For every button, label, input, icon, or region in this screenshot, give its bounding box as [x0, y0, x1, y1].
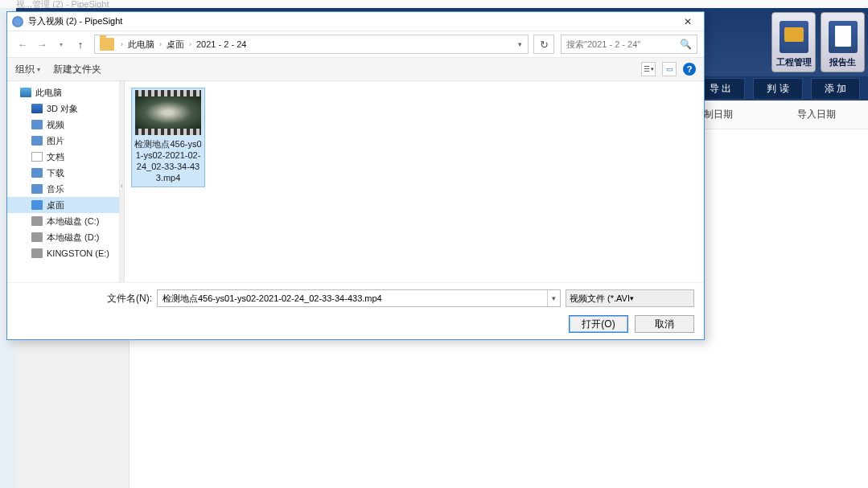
forward-button: →	[33, 35, 51, 53]
filename-input[interactable]	[158, 293, 547, 303]
folder-icon	[780, 21, 808, 53]
proj-mgmt-button[interactable]: 工程管理	[771, 12, 816, 72]
dialog-body: 此电脑 3D 对象 视频 图片 文档 下载 音乐 桌面 本地磁盘 (C:) 本地…	[7, 81, 704, 282]
tree-pc[interactable]: 此电脑	[7, 84, 119, 100]
video-thumbnail	[135, 90, 201, 135]
filetype-label: 视频文件 (*.AVI;*.ASF;*.MP4;*.	[570, 293, 630, 305]
refresh-button[interactable]: ↻	[533, 35, 554, 54]
up-button[interactable]: ↑	[72, 35, 89, 53]
tree-disk-d[interactable]: 本地磁盘 (D:)	[7, 229, 119, 245]
nav-bar: ← → ▾ ↑ › 此电脑 › 桌面 › 2021 - 2 - 24 ▾ ↻ 🔍	[7, 31, 704, 57]
tree-video[interactable]: 视频	[7, 117, 119, 133]
bc-pc[interactable]: 此电脑	[126, 39, 156, 51]
report-gen-button[interactable]: 报告生	[821, 12, 865, 72]
file-list[interactable]: 检测地点456-ys01-ys02-2021-02-24_02-33-34-43…	[125, 81, 704, 282]
tree-download[interactable]: 下载	[7, 165, 119, 181]
bc-folder[interactable]: 2021 - 2 - 24	[195, 39, 248, 49]
tree-desktop[interactable]: 桌面	[7, 197, 119, 213]
view-mode-button[interactable]: ☰▾	[641, 62, 656, 76]
new-folder-button[interactable]: 新建文件夹	[53, 63, 101, 76]
tree-music[interactable]: 音乐	[7, 181, 119, 197]
video-icon	[31, 120, 43, 129]
dialog-footer: 文件名(N): ▾ 视频文件 (*.AVI;*.ASF;*.MP4;*. ▾ 打…	[7, 282, 704, 339]
file-open-dialog: 导入视频 (2) - PipeSight ✕ ← → ▾ ↑ › 此电脑 › 桌…	[6, 11, 705, 340]
organize-menu[interactable]: 组织	[15, 63, 40, 76]
chevron-down-icon[interactable]: ▾	[630, 294, 690, 302]
tree-pic[interactable]: 图片	[7, 133, 119, 149]
bc-desktop[interactable]: 桌面	[165, 39, 186, 51]
open-button[interactable]: 打开(O)	[569, 315, 628, 333]
chevron-down-icon[interactable]: ▾	[547, 290, 560, 306]
search-input[interactable]	[566, 39, 680, 49]
dialog-toolbar: 组织 新建文件夹 ☰▾ ▭ ?	[7, 57, 704, 81]
chevron-right-icon: ›	[117, 40, 126, 48]
cube-icon	[31, 104, 43, 113]
filename-label: 文件名(N):	[107, 292, 152, 306]
tree-kingston[interactable]: KINGSTON (E:)	[7, 245, 119, 261]
file-item[interactable]: 检测地点456-ys01-ys02-2021-02-24_02-33-34-43…	[131, 88, 205, 187]
breadcrumb[interactable]: › 此电脑 › 桌面 › 2021 - 2 - 24 ▾	[94, 35, 529, 54]
judge-button[interactable]: 判 读	[753, 78, 802, 100]
bg-titlebar: 视...管理 (2) - PipeSight	[0, 0, 868, 8]
filename-combo[interactable]: ▾	[157, 289, 561, 307]
chevron-down-icon[interactable]: ▾	[513, 40, 526, 48]
tree-3d[interactable]: 3D 对象	[7, 100, 119, 117]
search-box[interactable]: 🔍	[561, 35, 697, 54]
close-button[interactable]: ✕	[677, 14, 699, 29]
tree-disk-c[interactable]: 本地磁盘 (C:)	[7, 213, 119, 229]
chevron-right-icon: ›	[186, 40, 195, 48]
search-icon[interactable]: 🔍	[680, 39, 692, 50]
disk-icon	[31, 248, 43, 258]
file-name-label: 检测地点456-ys01-ys02-2021-02-24_02-33-34-43…	[132, 137, 204, 187]
add-button[interactable]: 添 加	[811, 78, 860, 100]
music-icon	[31, 184, 43, 194]
pc-icon	[20, 88, 31, 97]
filetype-combo[interactable]: 视频文件 (*.AVI;*.ASF;*.MP4;*. ▾	[566, 289, 694, 307]
chevron-right-icon: ›	[156, 40, 165, 48]
dialog-title: 导入视频 (2) - PipeSight	[28, 15, 677, 27]
preview-pane-button[interactable]: ▭	[662, 62, 677, 76]
nav-tree[interactable]: 此电脑 3D 对象 视频 图片 文档 下载 音乐 桌面 本地磁盘 (C:) 本地…	[7, 81, 120, 282]
help-icon[interactable]: ?	[683, 63, 696, 76]
download-icon	[31, 168, 43, 178]
folder-icon	[100, 38, 114, 51]
tree-doc[interactable]: 文档	[7, 149, 119, 165]
tree-resize-handle[interactable]	[120, 81, 125, 282]
disk-icon	[31, 216, 43, 226]
disk-icon	[31, 232, 43, 242]
recent-button[interactable]: ▾	[52, 35, 70, 53]
cancel-button[interactable]: 取消	[635, 315, 694, 333]
back-button[interactable]: ←	[14, 35, 31, 53]
desktop-icon	[31, 200, 43, 210]
col-impdate[interactable]: 导入日期	[797, 108, 836, 121]
app-icon	[12, 16, 23, 27]
picture-icon	[31, 136, 43, 146]
doc-icon	[829, 21, 858, 53]
dialog-titlebar: 导入视频 (2) - PipeSight ✕	[7, 12, 704, 31]
document-icon	[31, 152, 43, 162]
